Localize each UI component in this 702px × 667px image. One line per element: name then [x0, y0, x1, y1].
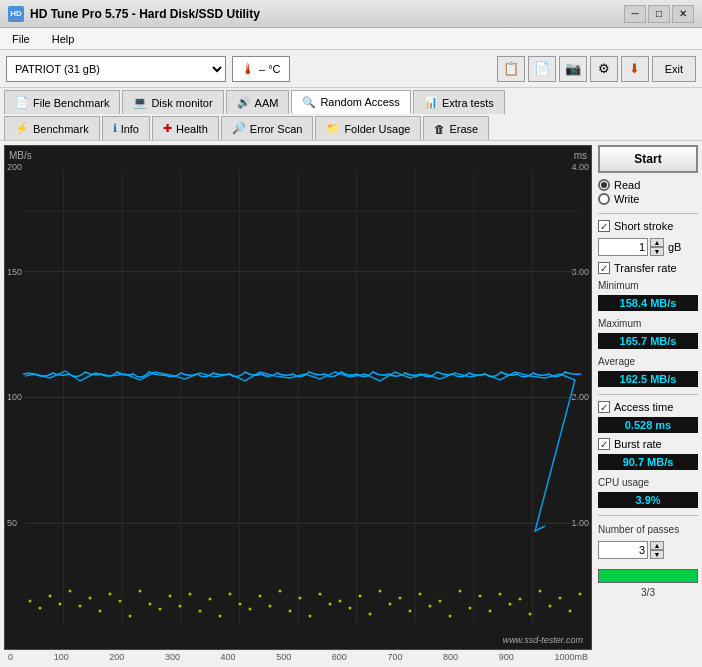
- tab-random-access[interactable]: 🔍 Random Access: [291, 90, 410, 114]
- transfer-rate-checkbox[interactable]: ✓ Transfer rate: [598, 262, 698, 274]
- tab-aam[interactable]: 🔊 AAM: [226, 90, 290, 114]
- short-stroke-checkbox[interactable]: ✓ Short stroke: [598, 220, 698, 232]
- svg-point-60: [499, 593, 502, 596]
- svg-point-49: [389, 603, 392, 606]
- tab-extra-tests[interactable]: 📊 Extra tests: [413, 90, 505, 114]
- transfer-rate-label: Transfer rate: [614, 262, 677, 274]
- random-access-icon: 🔍: [302, 96, 316, 109]
- tab-info[interactable]: ℹ Info: [102, 116, 150, 140]
- toolbar-icons: 📋 📄 📷 ⚙ ⬇ Exit: [497, 56, 696, 82]
- burst-rate-value: 90.7 MB/s: [598, 454, 698, 470]
- svg-point-43: [329, 603, 332, 606]
- short-stroke-spin-up[interactable]: ▲: [650, 238, 664, 247]
- svg-point-21: [109, 593, 112, 596]
- read-label: Read: [614, 179, 640, 191]
- svg-point-53: [429, 605, 432, 608]
- x-label-0: 0: [8, 652, 13, 662]
- tab-file-benchmark[interactable]: 📄 File Benchmark: [4, 90, 120, 114]
- svg-point-16: [59, 603, 62, 606]
- tab-disk-monitor[interactable]: 💻 Disk monitor: [122, 90, 223, 114]
- access-time-checkbox[interactable]: ✓ Access time: [598, 401, 698, 413]
- maximum-value: 165.7 MB/s: [598, 333, 698, 349]
- x-label-100: 100: [54, 652, 69, 662]
- passes-spin-down[interactable]: ▼: [650, 550, 664, 559]
- svg-point-28: [179, 605, 182, 608]
- short-stroke-label: Short stroke: [614, 220, 673, 232]
- tab-benchmark[interactable]: ⚡ Benchmark: [4, 116, 100, 140]
- window-controls: ─ □ ✕: [624, 5, 694, 23]
- temperature-value: – °C: [259, 63, 281, 75]
- passes-input[interactable]: [598, 541, 648, 559]
- svg-point-36: [259, 595, 262, 598]
- health-icon: ✚: [163, 122, 172, 135]
- svg-point-35: [249, 608, 252, 611]
- svg-point-24: [139, 590, 142, 593]
- svg-point-65: [549, 605, 552, 608]
- right-panel: Start Read Write ✓ Short stroke ▲ ▼: [594, 141, 702, 666]
- erase-icon: 🗑: [434, 123, 445, 135]
- short-stroke-check-indicator: ✓: [598, 220, 610, 232]
- maximize-button[interactable]: □: [648, 5, 670, 23]
- chart-data-svg: [5, 146, 591, 649]
- close-button[interactable]: ✕: [672, 5, 694, 23]
- download-icon-btn[interactable]: ⬇: [621, 56, 649, 82]
- tab-health[interactable]: ✚ Health: [152, 116, 219, 140]
- start-button[interactable]: Start: [598, 145, 698, 173]
- svg-point-17: [69, 590, 72, 593]
- burst-rate-checkbox[interactable]: ✓ Burst rate: [598, 438, 698, 450]
- svg-point-18: [79, 605, 82, 608]
- short-stroke-spin-buttons: ▲ ▼: [650, 238, 664, 256]
- short-stroke-spin-down[interactable]: ▼: [650, 247, 664, 256]
- svg-point-46: [359, 595, 362, 598]
- cpu-usage-value: 3.9%: [598, 492, 698, 508]
- x-label-900: 900: [499, 652, 514, 662]
- write-radio[interactable]: Write: [598, 193, 698, 205]
- svg-point-15: [49, 595, 52, 598]
- passes-spinbox: ▲ ▼: [598, 541, 698, 559]
- file-benchmark-icon: 📄: [15, 96, 29, 109]
- minimum-value: 158.4 MB/s: [598, 295, 698, 311]
- menu-bar: File Help: [0, 28, 702, 50]
- menu-file[interactable]: File: [6, 31, 36, 47]
- main-content: MB/s ms 200 150 100 50 4.00 3.00 2.00 1.…: [0, 141, 702, 666]
- read-radio[interactable]: Read: [598, 179, 698, 191]
- svg-point-47: [369, 613, 372, 616]
- menu-help[interactable]: Help: [46, 31, 81, 47]
- app-icon: HD: [8, 6, 24, 22]
- svg-point-67: [569, 610, 572, 613]
- tab-erase[interactable]: 🗑 Erase: [423, 116, 489, 140]
- benchmark-icon: ⚡: [15, 122, 29, 135]
- short-stroke-input[interactable]: [598, 238, 648, 256]
- passes-spin-up[interactable]: ▲: [650, 541, 664, 550]
- drive-selector[interactable]: PATRIOT (31 gB): [6, 56, 226, 82]
- passes-label: Number of passes: [598, 524, 698, 535]
- svg-point-58: [479, 595, 482, 598]
- paste-icon-btn[interactable]: 📄: [528, 56, 556, 82]
- transfer-rate-check-indicator: ✓: [598, 262, 610, 274]
- camera-icon-btn[interactable]: 📷: [559, 56, 587, 82]
- tab-folder-usage[interactable]: 📁 Folder Usage: [315, 116, 421, 140]
- svg-point-45: [349, 607, 352, 610]
- x-label-800: 800: [443, 652, 458, 662]
- aam-icon: 🔊: [237, 96, 251, 109]
- copy-icon-btn[interactable]: 📋: [497, 56, 525, 82]
- svg-point-63: [529, 613, 532, 616]
- svg-point-32: [219, 615, 222, 618]
- minimize-button[interactable]: ─: [624, 5, 646, 23]
- svg-point-52: [419, 593, 422, 596]
- svg-point-14: [39, 607, 42, 610]
- svg-point-56: [459, 590, 462, 593]
- progress-text: 3/3: [598, 587, 698, 598]
- error-scan-icon: 🔎: [232, 122, 246, 135]
- folder-usage-icon: 📁: [326, 122, 340, 135]
- divider-3: [598, 515, 698, 516]
- settings-icon-btn[interactable]: ⚙: [590, 56, 618, 82]
- svg-point-50: [399, 597, 402, 600]
- access-time-value: 0.528 ms: [598, 417, 698, 433]
- svg-point-62: [519, 598, 522, 601]
- tab-error-scan[interactable]: 🔎 Error Scan: [221, 116, 314, 140]
- tab-bar: 📄 File Benchmark 💻 Disk monitor 🔊 AAM 🔍 …: [0, 88, 702, 141]
- progress-row: [598, 567, 698, 583]
- exit-button[interactable]: Exit: [652, 56, 696, 82]
- svg-point-66: [559, 597, 562, 600]
